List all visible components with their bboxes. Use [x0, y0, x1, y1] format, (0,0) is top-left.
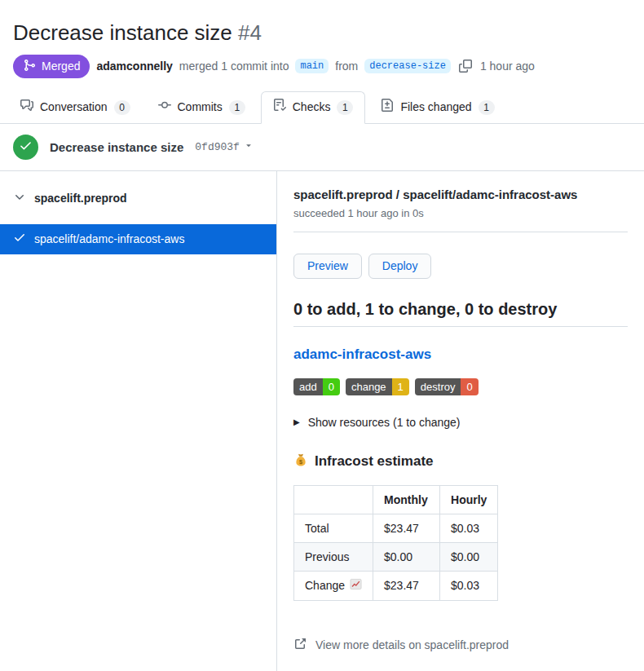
- show-resources-toggle[interactable]: ▶ Show resources (1 to change): [293, 416, 628, 429]
- divider: [293, 232, 628, 232]
- comment-discussion-icon: [20, 99, 33, 117]
- money-bag-icon: $: [293, 452, 308, 471]
- row-label: Total: [294, 514, 373, 542]
- base-branch-label[interactable]: main: [295, 59, 329, 73]
- column-header-monthly: Monthly: [373, 485, 440, 514]
- badge-label: change: [346, 378, 392, 395]
- git-commit-icon: [158, 99, 171, 117]
- page-title: Decrease instance size #4: [13, 20, 631, 46]
- link-external-icon: [293, 638, 307, 653]
- hourly-value: $0.00: [440, 542, 498, 571]
- head-branch-label[interactable]: decrease-size: [364, 59, 451, 73]
- row-label: Previous: [294, 542, 373, 571]
- tab-commits[interactable]: Commits 1: [146, 91, 258, 124]
- svg-text:$: $: [299, 457, 302, 465]
- row-label: Change: [294, 571, 373, 600]
- infracost-table: Monthly Hourly Total $23.47 $0.03 Previo…: [293, 485, 498, 601]
- view-more-details-label: View more details on spacelift.preprod: [315, 638, 509, 651]
- plan-badges: add 0 change 1 destroy 0: [293, 378, 628, 395]
- badge-value: 0: [323, 378, 340, 395]
- badge-value: 1: [392, 378, 409, 395]
- tab-label: Conversation: [40, 99, 108, 116]
- run-status: succeeded 1 hour ago in 0s: [293, 207, 628, 219]
- sidebar-group-spacelift-preprod[interactable]: spacelift.preprod: [0, 181, 276, 216]
- monthly-value: $23.47: [373, 571, 440, 600]
- monthly-value: $0.00: [373, 542, 440, 571]
- check-run-header: Decrease instance size 0fd903f: [0, 124, 644, 171]
- merged-state-badge: Merged: [13, 55, 90, 78]
- column-header-hourly: Hourly: [440, 485, 498, 514]
- pr-title-text: Decrease instance size: [13, 20, 232, 45]
- pr-number: #4: [238, 20, 262, 45]
- tab-counter: 1: [229, 100, 245, 115]
- merged-time: 1 hour ago: [480, 60, 535, 73]
- badge-value: 0: [461, 378, 478, 395]
- check-run-output: spacelift.preprod / spacelift/adamc-infr…: [277, 171, 644, 671]
- check-actions: Preview Deploy: [293, 254, 628, 279]
- badge-label: destroy: [415, 378, 461, 395]
- tab-label: Files changed: [400, 99, 471, 116]
- table-row-previous: Previous $0.00 $0.00: [294, 542, 498, 571]
- author-link[interactable]: adamconnelly: [96, 60, 172, 73]
- checks-sidebar: spacelift.preprod spacelift/adamc-infrac…: [0, 171, 277, 671]
- destroy-badge: destroy 0: [415, 378, 479, 395]
- preview-button[interactable]: Preview: [293, 254, 362, 279]
- commit-sha: 0fd903f: [195, 141, 240, 153]
- run-title: spacelift.preprod / spacelift/adamc-infr…: [293, 188, 628, 201]
- checklist-icon: [273, 99, 286, 117]
- hourly-value: $0.03: [440, 571, 498, 600]
- sidebar-item-adamc-infracost-aws[interactable]: spacelift/adamc-infracost-aws: [0, 224, 276, 254]
- change-badge: change 1: [346, 378, 409, 395]
- sidebar-item-label: spacelift/adamc-infracost-aws: [34, 232, 184, 247]
- deploy-button[interactable]: Deploy: [368, 254, 432, 279]
- check-icon: [19, 139, 33, 156]
- table-row-change: Change $23.47 $0.03: [294, 571, 498, 600]
- copy-branch-icon[interactable]: [459, 60, 472, 73]
- file-diff-icon: [381, 99, 394, 117]
- tab-counter: 1: [337, 100, 353, 115]
- monthly-value: $23.47: [373, 514, 440, 542]
- merged-state-label: Merged: [42, 60, 80, 73]
- tab-label: Commits: [178, 99, 223, 116]
- triangle-down-icon: [244, 140, 254, 153]
- view-more-details-link[interactable]: View more details on spacelift.preprod: [293, 638, 628, 653]
- infracost-heading-label: Infracost estimate: [315, 453, 434, 470]
- commit-sha-dropdown[interactable]: 0fd903f: [195, 140, 254, 153]
- tab-counter: 1: [479, 100, 495, 115]
- tab-conversation[interactable]: Conversation 0: [8, 91, 143, 124]
- add-badge: add 0: [293, 378, 340, 395]
- row-label-text: Change: [305, 578, 345, 593]
- column-header-blank: [294, 485, 373, 514]
- merge-text: merged 1 commit into: [179, 60, 289, 73]
- hourly-value: $0.03: [440, 514, 498, 542]
- show-resources-label: Show resources (1 to change): [308, 416, 461, 429]
- table-header-row: Monthly Hourly: [294, 485, 498, 514]
- sidebar-group-label: spacelift.preprod: [34, 192, 127, 205]
- checks-split-layout: spacelift.preprod spacelift/adamc-infrac…: [0, 171, 644, 671]
- tab-checks[interactable]: Checks 1: [261, 91, 366, 124]
- triangle-right-icon: ▶: [293, 417, 300, 426]
- check-run-title: Decrease instance size: [50, 140, 183, 154]
- stack-link[interactable]: adamc-infracost-aws: [293, 347, 431, 363]
- status-success-circle: [13, 135, 38, 160]
- pr-meta: Merged adamconnelly merged 1 commit into…: [13, 55, 631, 78]
- git-merge-icon: [23, 59, 36, 74]
- tab-counter: 0: [114, 100, 130, 115]
- table-row-total: Total $23.47 $0.03: [294, 514, 498, 542]
- plan-summary-heading: 0 to add, 1 to change, 0 to destroy: [293, 300, 628, 327]
- tab-label: Checks: [293, 99, 331, 116]
- pr-tab-nav: Conversation 0 Commits 1 Checks 1 Files …: [0, 83, 644, 124]
- pr-header: Decrease instance size #4 Merged adamcon…: [0, 0, 644, 83]
- chart-increasing-icon: [350, 578, 362, 594]
- merge-text-from: from: [335, 60, 358, 73]
- chevron-down-icon: [13, 191, 26, 206]
- check-icon: [13, 231, 26, 248]
- infracost-heading: $ Infracost estimate: [293, 452, 628, 471]
- badge-label: add: [293, 378, 323, 395]
- tab-files-changed[interactable]: Files changed 1: [368, 91, 506, 124]
